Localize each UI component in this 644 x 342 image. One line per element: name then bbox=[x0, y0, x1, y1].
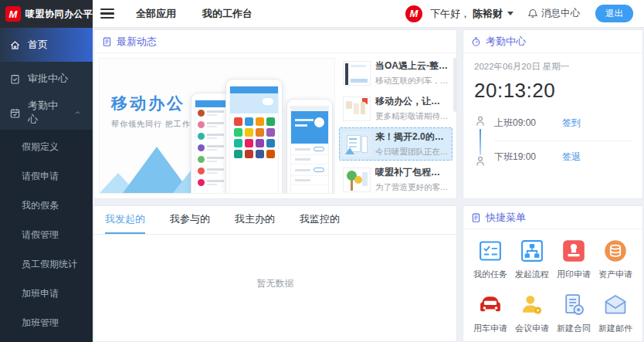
nav-all-apps[interactable]: 全部应用 bbox=[136, 7, 176, 21]
logout-button[interactable]: 退出 bbox=[595, 5, 633, 22]
chevron-down-icon bbox=[507, 12, 514, 15]
quick-item-label: 新建邮件 bbox=[598, 323, 632, 334]
promo-phone-apps bbox=[225, 79, 283, 194]
quick-item-my-tasks[interactable]: 我的任务 bbox=[469, 239, 511, 280]
news-title: 当OA遇上云-整个协同OA bbox=[375, 59, 449, 73]
latest-news-panel: 最新动态 移动办公 帮你领先同行 把工作带出办公室 bbox=[93, 29, 457, 199]
tab-monitored-by-me[interactable]: 我监控的 bbox=[300, 206, 340, 234]
car-icon bbox=[478, 293, 503, 317]
promo-phone-profile bbox=[286, 99, 333, 194]
sidebar-item-label: 审批中心 bbox=[28, 72, 68, 86]
sidebar-subitem-staff-holiday-stats[interactable]: 员工假期统计 bbox=[0, 249, 93, 279]
latest-news-title: 最新动态 bbox=[117, 35, 157, 49]
username: 陈裕财 bbox=[473, 7, 503, 21]
timeline-connector bbox=[480, 129, 481, 155]
topbar-main: 全部应用 我的工作台 M 下午好，陈裕财 消息中心 退出 bbox=[93, 0, 644, 27]
attendance-timeline: 上班09:00 签到 下班19:00 签退 bbox=[474, 115, 632, 174]
sidebar-subitem-my-leave[interactable]: 我的假条 bbox=[0, 191, 93, 220]
quick-item-label: 用车申请 bbox=[473, 323, 507, 334]
stamp-icon bbox=[561, 239, 586, 263]
news-desc: 今日唛盟团队正在加班加点， bbox=[375, 147, 449, 157]
news-thumbnail bbox=[343, 168, 371, 192]
clock-out-row: 下班19:00 签退 bbox=[494, 141, 632, 174]
sidebar-item-home[interactable]: 首页 bbox=[0, 28, 93, 62]
attendance-panel: 考勤中心 2022年06月20日 星期一 20:13:20 上班09:00 签到… bbox=[463, 29, 643, 199]
attendance-header: 考勤中心 bbox=[463, 30, 642, 53]
quick-item-asset-request[interactable]: 资产申请 bbox=[595, 239, 636, 280]
news-thumbnail bbox=[343, 61, 371, 86]
attendance-title: 考勤中心 bbox=[486, 35, 526, 49]
tab-hosted-by-me[interactable]: 我主办的 bbox=[235, 206, 275, 234]
stopwatch-icon bbox=[471, 36, 481, 47]
news-item-selected[interactable]: 来！揭开2.0的神秘面纱- 今日唛盟团队正在加班加点， bbox=[339, 127, 452, 161]
bell-icon bbox=[527, 8, 538, 19]
app-logo: M 唛盟协同办公平台 bbox=[0, 0, 93, 28]
menu-toggle-icon[interactable] bbox=[100, 8, 114, 19]
sidebar-subitem-overtime-apply[interactable]: 加班申请 bbox=[0, 279, 93, 308]
news-scrollbar[interactable] bbox=[453, 58, 456, 112]
news-body: 移动办公 帮你领先同行 把工作带出办公室 bbox=[94, 53, 456, 198]
quick-item-vehicle-request[interactable]: 用车申请 bbox=[469, 293, 511, 334]
document-icon bbox=[102, 36, 112, 47]
topbar-right: M 下午好，陈裕财 消息中心 退出 bbox=[405, 5, 633, 22]
meeting-person-icon bbox=[520, 293, 544, 317]
news-list: 当OA遇上云-整个协同OA 移动互联的列车，让OA与云 移动办公，让世界触手可 … bbox=[335, 53, 456, 198]
news-title: 唛盟补丁包程序更新 bbox=[375, 166, 449, 179]
latest-news-header: 最新动态 bbox=[94, 30, 456, 53]
quick-item-seal-request[interactable]: 用印申请 bbox=[553, 239, 595, 280]
news-item[interactable]: 当OA遇上云-整个协同OA 移动互联的列车，让OA与云 bbox=[339, 56, 452, 90]
news-title: 来！揭开2.0的神秘面纱- bbox=[375, 130, 449, 144]
news-desc: 移动互联的列车，让OA与云 bbox=[375, 76, 449, 86]
quick-item-label: 我的任务 bbox=[473, 269, 507, 280]
news-item[interactable]: 唛盟补丁包程序更新 为了营造更好的客户体验，唛 bbox=[339, 163, 452, 196]
nav-my-workbench[interactable]: 我的工作台 bbox=[202, 7, 253, 21]
mail-icon bbox=[603, 293, 628, 317]
empty-data-text: 暂无数据 bbox=[94, 277, 456, 290]
app-window: M 唛盟协同办公平台 全部应用 我的工作台 M 下午好，陈裕财 消息中心 退出 bbox=[0, 0, 644, 342]
user-menu[interactable]: 下午好，陈裕财 bbox=[430, 7, 514, 21]
news-desc: 为了营造更好的客户体验，唛 bbox=[375, 182, 449, 193]
checklist-icon bbox=[478, 239, 503, 263]
contract-icon bbox=[561, 293, 586, 317]
sidebar-item-attendance[interactable]: 考勤中心 bbox=[0, 96, 93, 130]
attendance-clock: 20:13:20 bbox=[474, 79, 632, 103]
topbar: M 唛盟协同办公平台 全部应用 我的工作台 M 下午好，陈裕财 消息中心 退出 bbox=[0, 0, 644, 28]
brand-m-icon: M bbox=[5, 6, 21, 22]
news-thumbnail bbox=[343, 97, 371, 121]
quick-item-label: 发起流程 bbox=[515, 269, 549, 280]
sidebar-submenu: 假期定义 请假申请 我的假条 请假管理 员工假期统计 加班申请 加班管理 bbox=[0, 130, 93, 342]
quick-item-new-mail[interactable]: 新建邮件 bbox=[595, 293, 636, 334]
attendance-date: 2022年06月20日 星期一 bbox=[474, 61, 632, 73]
sidebar-item-label: 考勤中心 bbox=[28, 99, 65, 127]
news-desc: 更多精彩敬请期待....... bbox=[375, 111, 449, 122]
attendance-body: 2022年06月20日 星期一 20:13:20 上班09:00 签到 下班19… bbox=[463, 53, 642, 174]
news-thumbnail bbox=[343, 132, 371, 157]
greeting-text: 下午好， bbox=[430, 7, 470, 21]
tabs-bar: 我发起的 我参与的 我主办的 我监控的 bbox=[94, 206, 456, 235]
clock-in-label: 上班09:00 bbox=[494, 117, 536, 130]
quick-item-meeting-request[interactable]: 会议申请 bbox=[511, 293, 553, 334]
tab-participated-by-me[interactable]: 我参与的 bbox=[170, 206, 210, 234]
clock-out-link[interactable]: 签退 bbox=[562, 151, 581, 164]
sidebar-subitem-overtime-manage[interactable]: 加班管理 bbox=[0, 308, 93, 337]
message-center-button[interactable]: 消息中心 bbox=[527, 7, 580, 20]
sidebar-subitem-leave-apply[interactable]: 请假申请 bbox=[0, 161, 93, 191]
tab-initiated-by-me[interactable]: 我发起的 bbox=[105, 206, 145, 234]
sidebar: 首页 审批中心 考勤中心 假期定义 请假申请 我的假条 请假管理 员工假期统计 … bbox=[0, 28, 93, 342]
user-avatar[interactable]: M bbox=[405, 5, 422, 22]
home-icon bbox=[9, 39, 21, 51]
clock-in-link[interactable]: 签到 bbox=[562, 117, 581, 130]
sidebar-subitem-holiday-define[interactable]: 假期定义 bbox=[0, 132, 93, 161]
quick-item-label: 用印申请 bbox=[557, 269, 591, 280]
app-title: 唛盟协同办公平台 bbox=[25, 8, 103, 21]
quick-item-new-contract[interactable]: 新建合同 bbox=[553, 293, 595, 334]
quick-item-start-process[interactable]: 发起流程 bbox=[511, 239, 553, 280]
news-item[interactable]: 移动办公，让世界触手可 更多精彩敬请期待....... bbox=[339, 92, 452, 125]
quick-item-label: 资产申请 bbox=[598, 269, 632, 280]
quick-item-label: 新建合同 bbox=[557, 323, 591, 334]
promo-banner[interactable]: 移动办公 帮你领先同行 把工作带出办公室 bbox=[99, 58, 335, 194]
sidebar-subitem-leave-manage[interactable]: 请假管理 bbox=[0, 220, 93, 249]
sidebar-item-approval[interactable]: 审批中心 bbox=[0, 62, 93, 96]
workflow-tabs-panel: 我发起的 我参与的 我主办的 我监控的 暂无数据 bbox=[93, 205, 457, 342]
clock-in-row: 上班09:00 签到 bbox=[494, 115, 632, 141]
